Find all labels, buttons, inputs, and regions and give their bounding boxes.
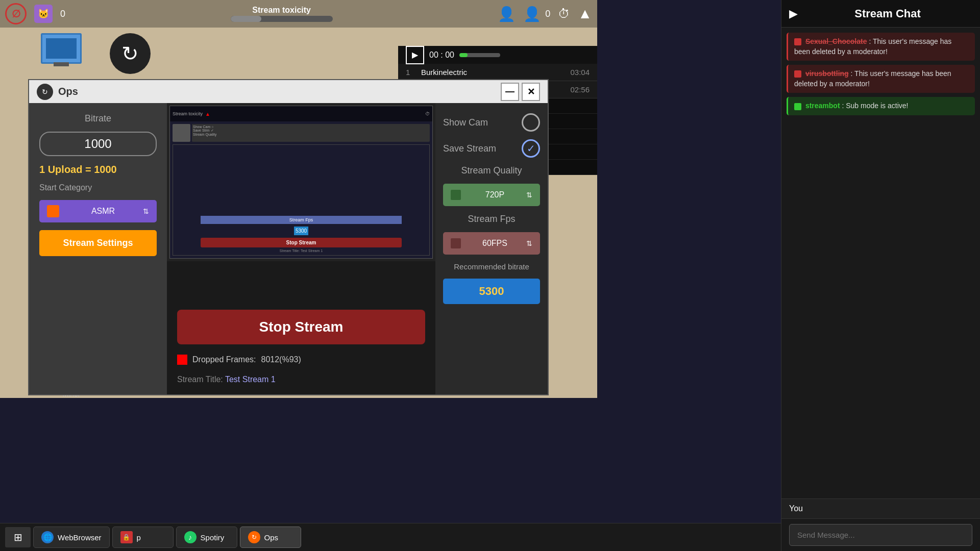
no-icon: ∅ xyxy=(5,3,27,24)
fps-value: 60FPS xyxy=(482,239,507,248)
volume-triangle: ▲ xyxy=(578,6,592,22)
chat-message-deleted-1: Sexual_Chocolate : This user's message h… xyxy=(787,33,975,61)
viewer-count-2: 0 xyxy=(545,9,550,19)
fps-icon xyxy=(451,238,461,248)
refresh-icon: ↻ xyxy=(110,33,151,74)
start-category-label: Start Category xyxy=(39,183,157,192)
fps-dropdown-arrow: ⇅ xyxy=(526,239,532,247)
category-value: ASMR xyxy=(91,207,115,216)
playlist-time-2: 02:56 xyxy=(570,85,590,94)
webbrowser-icon: 🌐 xyxy=(41,531,54,543)
category-dropdown-arrow: ⇅ xyxy=(143,207,149,215)
toxicity-fill xyxy=(231,16,261,22)
stream-window-titlebar: ↻ Ops — ✕ xyxy=(29,80,548,103)
stream-title-label: Stream Title: xyxy=(177,375,223,384)
nested-stream-ui: Stream toxicity ▲ ⏱ Show Cam ○ xyxy=(169,106,433,259)
progress-bar xyxy=(459,53,500,57)
ops-taskbar-icon: ↻ xyxy=(248,531,260,543)
recommended-bitrate-value: 5300 xyxy=(443,279,540,304)
cat-icon: 🐱 xyxy=(34,5,53,23)
chat-header: ▶ Stream Chat xyxy=(781,0,980,28)
timer-icon: ⏱ xyxy=(558,7,570,21)
dropped-frames-row: Dropped Frames: 8012(%93) xyxy=(177,355,425,365)
save-stream-toggle[interactable]: ✓ xyxy=(522,139,540,158)
viewer-count-section: 👤 0 xyxy=(523,6,550,22)
stream-title-row: Stream Title: Test Stream 1 xyxy=(177,375,425,384)
stop-stream-button[interactable]: Stop Stream xyxy=(177,310,425,344)
bitrate-label: Bitrate xyxy=(39,113,157,124)
stream-toxicity-section: Stream toxicity xyxy=(73,6,490,22)
stream-fps-label: Stream Fps xyxy=(443,214,540,224)
spotiry-icon: ♪ xyxy=(184,531,197,543)
progress-fill xyxy=(459,53,468,57)
stream-title-value: Test Stream 1 xyxy=(225,375,276,384)
toxicity-bar xyxy=(231,16,333,22)
show-cam-toggle[interactable] xyxy=(522,113,540,132)
chat-input-area xyxy=(781,518,980,551)
deleted-username-1: Sexual_Chocolate xyxy=(805,37,867,45)
p-app-label: p xyxy=(137,533,141,542)
show-cam-label: Show Cam xyxy=(443,117,488,128)
nested-stop-btn: Stop Stream xyxy=(201,238,402,247)
game-area: ∅ 🐱 0 Stream toxicity 👤 👤 0 ⏱ ▲ xyxy=(0,0,597,398)
webbrowser-label: WebBrowser xyxy=(58,533,102,542)
stream-settings-button[interactable]: Stream Settings xyxy=(39,230,157,256)
quality-dropdown[interactable]: 720P ⇅ xyxy=(443,184,540,206)
close-button[interactable]: ✕ xyxy=(522,83,540,101)
p-app-icon: 🔒 xyxy=(120,531,133,543)
dropped-frames-label: Dropped Frames: xyxy=(192,355,256,364)
taskbar-app-p[interactable]: 🔒 p xyxy=(112,527,174,548)
taskbar-app-ops[interactable]: ↻ Ops xyxy=(240,527,301,548)
monitor-desktop-icon xyxy=(41,33,82,64)
window-title: Ops xyxy=(58,86,496,97)
quality-dropdown-arrow: ⇅ xyxy=(526,191,532,199)
taskbar-app-webbrowser[interactable]: 🌐 WebBrowser xyxy=(33,527,110,548)
dropped-frames-value: 8012(%93) xyxy=(261,355,301,364)
start-icon: ⊞ xyxy=(14,531,22,543)
taskbar-start[interactable]: ⊞ xyxy=(5,527,31,547)
settings-left: Bitrate 1 Upload = 1000 Start Category A… xyxy=(29,103,167,394)
chat-status-section: You xyxy=(781,498,980,518)
system-icon xyxy=(794,103,801,110)
chat-input[interactable] xyxy=(789,524,972,546)
chat-play-icon: ▶ xyxy=(789,7,798,20)
category-dropdown[interactable]: ASMR ⇅ xyxy=(39,200,157,222)
system-message-text: Sub mode is active! xyxy=(846,102,908,110)
minimize-button[interactable]: — xyxy=(501,83,519,101)
save-stream-label: Save Stream xyxy=(443,143,496,154)
chat-message-system: streambot : Sub mode is active! xyxy=(787,97,975,115)
person-icon-red: 👤 xyxy=(498,6,516,22)
bitrate-input[interactable] xyxy=(39,132,157,156)
playlist-num-1: 1 xyxy=(406,68,416,77)
play-button[interactable]: ▶ xyxy=(406,46,424,64)
scroll-area: ↻ xyxy=(0,28,398,79)
preview-screenshot: Stream toxicity ▲ ⏱ Show Cam ○ xyxy=(167,103,435,261)
recommended-bitrate-label: Recommended bitrate xyxy=(443,262,540,271)
fps-dropdown[interactable]: 60FPS ⇅ xyxy=(443,232,540,255)
chat-message-deleted-2: virusbottling : This user's message has … xyxy=(787,65,975,93)
stream-chat-panel: ▶ Stream Chat Sexual_Chocolate : This us… xyxy=(781,0,980,551)
playlist-time-1: 03:04 xyxy=(570,68,590,77)
stream-window: ↻ Ops — ✕ Bitrate 1 Upload = 1000 Start … xyxy=(28,79,549,395)
chat-messages: Sexual_Chocolate : This user's message h… xyxy=(781,28,980,498)
stream-quality-label: Stream Quality xyxy=(443,165,540,176)
show-cam-row: Show Cam xyxy=(443,113,540,132)
quality-value: 720P xyxy=(485,190,504,199)
viewer-section: 👤 xyxy=(498,6,516,22)
top-bar: ∅ 🐱 0 Stream toxicity 👤 👤 0 ⏱ ▲ xyxy=(0,0,597,28)
settings-right: Show Cam Save Stream ✓ Stream Quality 72… xyxy=(435,103,548,394)
stream-toxicity-label: Stream toxicity xyxy=(252,6,311,15)
nested-fps-bar: 5300 xyxy=(294,227,308,235)
settings-center: Stream toxicity ▲ ⏱ Show Cam ○ xyxy=(167,103,435,394)
taskbar: ⊞ 🌐 WebBrowser 🔒 p ♪ Spotiry ↻ Ops xyxy=(0,523,781,551)
taskbar-app-spotiry[interactable]: ♪ Spotiry xyxy=(176,527,237,548)
person-icon-gray: 👤 xyxy=(523,6,541,22)
playlist-item-1[interactable]: 1 Burkinelectric 03:04 xyxy=(398,64,597,81)
stream-settings-panel: Bitrate 1 Upload = 1000 Start Category A… xyxy=(29,103,548,394)
chat-title: Stream Chat xyxy=(803,7,972,20)
dropped-frames-indicator xyxy=(177,355,187,365)
status-you-label: You xyxy=(789,504,803,513)
quality-icon xyxy=(451,190,461,200)
system-username: streambot xyxy=(805,102,840,110)
ops-label: Ops xyxy=(264,533,279,542)
